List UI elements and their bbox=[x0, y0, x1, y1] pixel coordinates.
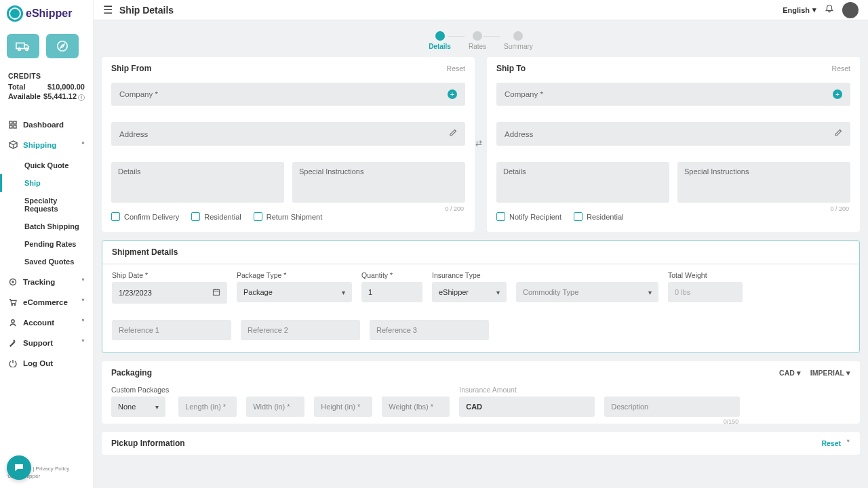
nav-tracking[interactable]: Tracking ˅ bbox=[0, 272, 93, 292]
insurance-type-label: Insurance Type bbox=[432, 271, 507, 279]
to-instructions-textarea[interactable]: Special Instructions bbox=[677, 162, 850, 203]
caret-down-icon: ▾ bbox=[342, 289, 345, 296]
credits-heading: CREDITS bbox=[8, 72, 85, 80]
svg-point-2 bbox=[26, 48, 28, 51]
weight-input[interactable]: Weight (lbs) * bbox=[382, 396, 450, 417]
nav-account[interactable]: Account ˅ bbox=[0, 312, 93, 333]
bell-icon bbox=[825, 4, 834, 14]
description-input[interactable]: Description bbox=[604, 396, 740, 417]
insurance-amount-input[interactable]: CAD bbox=[459, 396, 595, 417]
page-title: Ship Details bbox=[119, 5, 174, 16]
description-counter: 0/150 bbox=[724, 418, 739, 425]
step-dot-icon bbox=[435, 31, 445, 41]
length-input[interactable]: Length (in) * bbox=[178, 396, 237, 417]
explore-button[interactable] bbox=[46, 34, 79, 58]
from-instructions-textarea[interactable]: Special Instructions bbox=[292, 162, 465, 203]
logo-mark-icon bbox=[7, 5, 23, 22]
nav-ecommerce[interactable]: eCommerce ˅ bbox=[0, 292, 93, 312]
checkbox-icon bbox=[496, 212, 505, 221]
step-details[interactable]: Details bbox=[429, 31, 451, 50]
nav-shipping-submenu: Quick Quote Ship Specialty Requests Batc… bbox=[0, 155, 93, 272]
ship-date-input[interactable]: 1/23/2023 bbox=[112, 282, 227, 304]
credits-avail-label: Available bbox=[8, 92, 41, 101]
power-icon bbox=[8, 359, 18, 368]
nav-logout[interactable]: Log Out bbox=[0, 353, 93, 373]
ship-from-heading: Ship From bbox=[111, 64, 151, 73]
nav-shipping[interactable]: Shipping ˄ bbox=[0, 135, 93, 155]
ship-to-card: Ship To Reset Company * + Address bbox=[487, 57, 860, 232]
swap-addresses-button[interactable]: ⇄ bbox=[475, 138, 482, 148]
ref3-input[interactable]: Reference 3 bbox=[370, 320, 489, 340]
ship-date-label: Ship Date * bbox=[112, 271, 227, 279]
from-company-input[interactable]: Company * + bbox=[111, 83, 465, 106]
chevron-down-icon: ˅ bbox=[81, 278, 85, 285]
ship-from-reset[interactable]: Reset bbox=[447, 64, 465, 73]
calendar-icon bbox=[212, 288, 220, 298]
pencil-icon[interactable] bbox=[449, 129, 457, 139]
nav-support[interactable]: Support ˅ bbox=[0, 333, 93, 353]
svg-rect-5 bbox=[14, 121, 16, 124]
nav-dashboard[interactable]: Dashboard bbox=[0, 115, 93, 135]
commodity-type-select[interactable]: Commodity Type▾ bbox=[516, 282, 658, 302]
language-selector[interactable]: English ▾ bbox=[783, 5, 816, 14]
plus-circle-icon[interactable]: + bbox=[833, 89, 842, 99]
nav-saved[interactable]: Saved Quotes bbox=[24, 253, 93, 270]
to-address-input[interactable]: Address bbox=[496, 122, 850, 146]
ref2-input[interactable]: Reference 2 bbox=[241, 320, 360, 340]
nav-quick-quote[interactable]: Quick Quote bbox=[24, 157, 93, 174]
credits-total-label: Total bbox=[8, 83, 25, 91]
quantity-input[interactable]: 1 bbox=[361, 282, 422, 302]
ref1-input[interactable]: Reference 1 bbox=[112, 320, 231, 340]
return-shipment-checkbox[interactable]: Return Shipment bbox=[254, 212, 323, 221]
credits-total-value: $10,000.00 bbox=[47, 83, 85, 91]
svg-point-12 bbox=[12, 319, 14, 322]
height-input[interactable]: Height (in) * bbox=[314, 396, 372, 417]
pencil-icon[interactable] bbox=[834, 129, 842, 139]
wrench-icon bbox=[8, 338, 18, 348]
units-selector[interactable]: IMPERIAL ▾ bbox=[810, 369, 850, 377]
nav-ship[interactable]: Ship bbox=[24, 174, 93, 192]
chevron-down-icon[interactable]: ˅ bbox=[846, 439, 850, 448]
target-icon bbox=[8, 277, 18, 287]
menu-toggle[interactable]: ☰ bbox=[103, 3, 113, 16]
notify-recipient-checkbox[interactable]: Notify Recipient bbox=[496, 212, 561, 221]
brand-logo[interactable]: eShipper bbox=[0, 5, 93, 26]
quick-ship-button[interactable] bbox=[7, 34, 39, 58]
notifications-button[interactable] bbox=[825, 4, 834, 16]
total-weight-label: Total Weight bbox=[668, 271, 743, 279]
width-input[interactable]: Width (in) * bbox=[246, 396, 304, 417]
to-residential-checkbox[interactable]: Residential bbox=[574, 212, 623, 221]
from-address-input[interactable]: Address bbox=[111, 122, 465, 146]
ship-to-heading: Ship To bbox=[496, 64, 526, 73]
nav-pending[interactable]: Pending Rates bbox=[24, 235, 93, 253]
package-type-select[interactable]: Package▾ bbox=[237, 282, 352, 302]
nav-batch[interactable]: Batch Shipping bbox=[24, 218, 93, 235]
from-residential-checkbox[interactable]: Residential bbox=[191, 212, 241, 221]
checkbox-icon bbox=[191, 212, 200, 221]
nav-specialty[interactable]: Specialty Requests bbox=[24, 192, 93, 218]
to-company-input[interactable]: Company * + bbox=[496, 83, 850, 106]
pickup-reset[interactable]: Reset bbox=[821, 439, 841, 447]
chat-launcher[interactable] bbox=[7, 455, 31, 480]
insurance-type-select[interactable]: eShipper▾ bbox=[432, 282, 507, 302]
to-details-textarea[interactable]: Details bbox=[496, 162, 669, 203]
content-scroll[interactable]: Details Rates Summary Ship From Reset bbox=[94, 20, 868, 488]
chevron-down-icon: ˅ bbox=[81, 339, 85, 346]
svg-rect-7 bbox=[14, 125, 16, 128]
currency-selector[interactable]: CAD ▾ bbox=[779, 369, 801, 377]
progress-stepper: Details Rates Summary bbox=[102, 28, 860, 57]
box-icon bbox=[8, 140, 18, 150]
svg-point-8 bbox=[10, 279, 16, 285]
chevron-up-icon: ˄ bbox=[81, 141, 85, 148]
from-details-textarea[interactable]: Details bbox=[111, 162, 284, 203]
custom-packages-select[interactable]: None▾ bbox=[111, 396, 165, 417]
step-rates[interactable]: Rates bbox=[469, 31, 486, 50]
credits-avail-value: $5,441.12 bbox=[43, 92, 77, 100]
confirm-delivery-checkbox[interactable]: Confirm Delivery bbox=[111, 212, 179, 221]
user-avatar[interactable] bbox=[842, 2, 859, 18]
step-summary[interactable]: Summary bbox=[504, 31, 533, 50]
info-icon[interactable]: i bbox=[78, 94, 85, 101]
ship-to-reset[interactable]: Reset bbox=[832, 64, 850, 73]
package-type-label: Package Type * bbox=[237, 271, 352, 279]
plus-circle-icon[interactable]: + bbox=[448, 89, 457, 99]
